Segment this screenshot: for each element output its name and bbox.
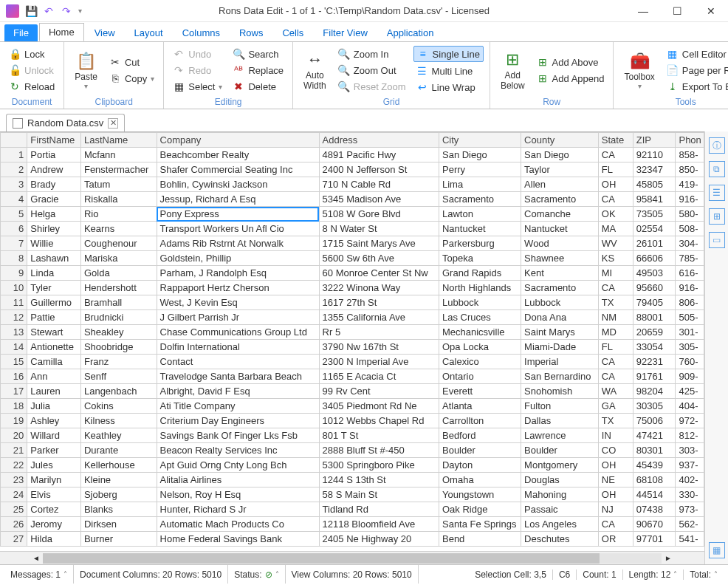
zoomin-button[interactable]: 🔍Zoom In xyxy=(335,47,409,61)
row-number[interactable]: 22 xyxy=(1,458,27,473)
cell[interactable]: Marilyn xyxy=(27,473,81,488)
cell[interactable]: 79405 xyxy=(633,295,676,310)
cell[interactable]: Lawton xyxy=(439,207,521,222)
search-button[interactable]: 🔍Search xyxy=(230,47,286,61)
cell[interactable]: 850- xyxy=(676,162,704,177)
cell[interactable]: Hunter, Richard S Jr xyxy=(157,502,319,517)
cell[interactable]: 95841 xyxy=(633,192,676,207)
cell[interactable]: 26101 xyxy=(633,236,676,251)
cell[interactable]: Lauren xyxy=(27,384,81,399)
cell[interactable]: 5300 Springboro Pike xyxy=(319,458,439,473)
redo-button[interactable]: ↷Redo xyxy=(170,63,225,78)
cell[interactable]: Durante xyxy=(80,443,157,458)
cell[interactable]: 304- xyxy=(676,236,704,251)
cell[interactable]: OH xyxy=(598,488,633,502)
cell[interactable]: 812- xyxy=(676,428,704,443)
cell[interactable]: 1355 California Ave xyxy=(319,310,439,325)
cell[interactable]: GA xyxy=(598,399,633,414)
row-number[interactable]: 9 xyxy=(1,266,27,281)
cell[interactable]: TX xyxy=(598,295,633,310)
cell[interactable]: NM xyxy=(598,310,633,325)
export-button[interactable]: ⤓Export To Excel xyxy=(664,79,728,94)
tab-columns[interactable]: Columns xyxy=(174,24,229,41)
cell[interactable]: Ati Title Company xyxy=(157,399,319,414)
cell[interactable]: Willard xyxy=(27,428,81,443)
column-header[interactable]: State xyxy=(598,133,633,148)
cell[interactable]: Comanche xyxy=(521,207,599,222)
row-number[interactable]: 2 xyxy=(1,162,27,177)
cell[interactable]: 97701 xyxy=(633,532,676,547)
cell[interactable]: Bohlin, Cywinski Jackson xyxy=(157,177,319,192)
row-number[interactable]: 13 xyxy=(1,325,27,340)
cell[interactable]: Golda xyxy=(80,266,157,281)
cell[interactable]: Mariska xyxy=(80,251,157,266)
cell[interactable]: CA xyxy=(598,517,633,532)
cell[interactable]: Guillermo xyxy=(27,295,81,310)
multiline-button[interactable]: ☰Multi Line xyxy=(413,64,484,78)
pageperrow-button[interactable]: 📄Page per Row xyxy=(664,63,728,78)
cell[interactable]: OH xyxy=(598,177,633,192)
zoomout-button[interactable]: 🔍Zoom Out xyxy=(335,63,409,78)
row-number[interactable]: 4 xyxy=(1,192,27,207)
unlock-button[interactable]: 🔓Unlock xyxy=(6,63,58,78)
cell[interactable]: TX xyxy=(598,414,633,428)
cell[interactable]: FL xyxy=(598,340,633,355)
cell[interactable]: Dona Ana xyxy=(521,310,599,325)
cell[interactable]: 972- xyxy=(676,414,704,428)
cell[interactable]: 404- xyxy=(676,399,704,414)
column-header[interactable]: ZIP xyxy=(633,133,676,148)
cell[interactable]: 2400 N Jefferson St xyxy=(319,162,439,177)
cell[interactable]: Omaha xyxy=(439,473,521,488)
cell[interactable]: Boulder xyxy=(439,443,521,458)
row-number[interactable]: 21 xyxy=(1,443,27,458)
cell[interactable]: Nantucket xyxy=(439,222,521,236)
cell[interactable]: OH xyxy=(598,458,633,473)
cell[interactable]: Savings Bank Of Finger Lks Fsb xyxy=(157,428,319,443)
cell[interactable]: Criterium Day Engineers xyxy=(157,414,319,428)
cell[interactable]: Miami-Dade xyxy=(521,340,599,355)
column-header[interactable]: Company xyxy=(157,133,319,148)
cell[interactable]: 508- xyxy=(676,222,704,236)
cell[interactable]: Kearns xyxy=(80,222,157,236)
cell[interactable]: West, J Kevin Esq xyxy=(157,295,319,310)
status-messages[interactable]: Messages: 1 ˄ xyxy=(4,565,74,584)
cell[interactable]: 45439 xyxy=(633,458,676,473)
cell[interactable]: Brady xyxy=(27,177,81,192)
cell[interactable]: Contact xyxy=(157,355,319,369)
cell[interactable]: Blanks xyxy=(80,502,157,517)
tab-application[interactable]: Application xyxy=(378,24,443,41)
cell[interactable]: Cortez xyxy=(27,502,81,517)
cell[interactable]: 8 N Water St xyxy=(319,222,439,236)
scroll-right-icon[interactable]: ► xyxy=(662,552,675,565)
cell[interactable]: Santa Fe Springs xyxy=(439,517,521,532)
cell[interactable]: CA xyxy=(598,148,633,162)
cell[interactable]: OR xyxy=(598,532,633,547)
undo-qat-icon[interactable]: ↶ xyxy=(43,5,55,17)
cell[interactable]: 562- xyxy=(676,517,704,532)
singleline-button[interactable]: ≡Single Line xyxy=(413,46,484,62)
cell[interactable]: Julia xyxy=(27,399,81,414)
cell[interactable]: Beachcomber Realty xyxy=(157,148,319,162)
cell[interactable]: Transport Workers Un Afl Cio xyxy=(157,222,319,236)
status-status[interactable]: Status: ⊘ ˄ xyxy=(228,565,285,584)
cell[interactable]: 30305 xyxy=(633,399,676,414)
row-number[interactable]: 19 xyxy=(1,414,27,428)
cell[interactable]: Hendershott xyxy=(80,281,157,295)
cell[interactable]: Parkersburg xyxy=(439,236,521,251)
cell[interactable]: 3222 Winona Way xyxy=(319,281,439,295)
cell[interactable]: FL xyxy=(598,162,633,177)
row-number[interactable]: 25 xyxy=(1,502,27,517)
cell[interactable]: Nantucket xyxy=(521,222,599,236)
cell[interactable]: 760- xyxy=(676,355,704,369)
cell[interactable]: 1715 Saint Marys Ave xyxy=(319,236,439,251)
cell[interactable]: Nelson, Roy H Esq xyxy=(157,488,319,502)
cell[interactable]: 98204 xyxy=(633,384,676,399)
cell[interactable]: Jeromy xyxy=(27,517,81,532)
cell[interactable]: 5108 W Gore Blvd xyxy=(319,207,439,222)
row-number[interactable]: 24 xyxy=(1,488,27,502)
column-header[interactable]: County xyxy=(521,133,599,148)
cell[interactable]: 1244 S 13th St xyxy=(319,473,439,488)
cell[interactable]: 02554 xyxy=(633,222,676,236)
row-number[interactable]: 8 xyxy=(1,251,27,266)
cell[interactable]: 3405 Piedmont Rd Ne xyxy=(319,399,439,414)
